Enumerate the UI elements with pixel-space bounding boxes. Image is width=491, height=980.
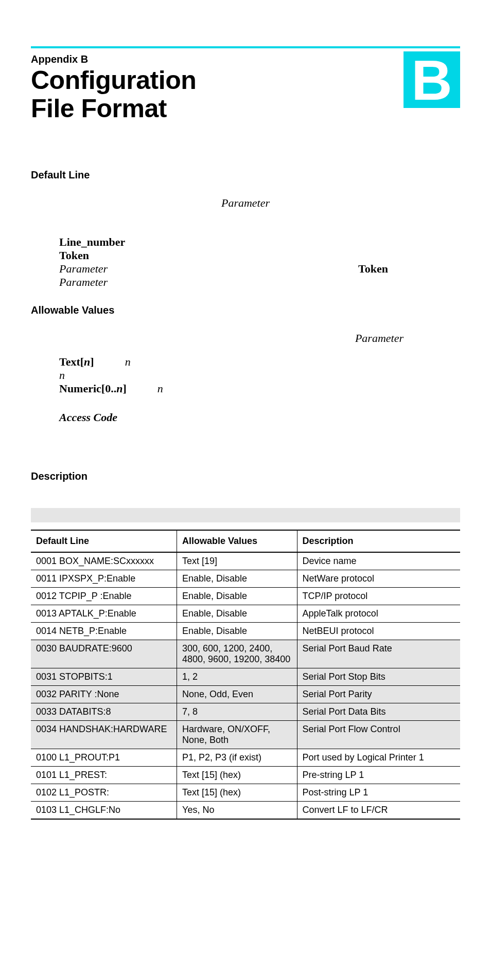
text-n-row: Text[n]n <box>59 355 460 369</box>
term-parameter-right: Parameter <box>355 332 460 345</box>
table-cell: 7, 8 <box>177 703 297 721</box>
table-cell: Serial Port Baud Rate <box>297 640 460 668</box>
table-cell: Enable, Disable <box>177 605 297 623</box>
term-parameter-1: Parameter <box>59 262 108 276</box>
table-cell: Serial Port Stop Bits <box>297 668 460 686</box>
table-cell: 0103 L1_CHGLF:No <box>31 802 177 820</box>
table-cell: TCP/IP protocol <box>297 588 460 605</box>
table-cell: Convert LF to LF/CR <box>297 802 460 820</box>
n-row: n <box>59 369 460 382</box>
table-cell: NetBEUI protocol <box>297 623 460 640</box>
numeric-pre: Numeric[0.. <box>59 382 116 395</box>
numeric-note: n <box>157 382 163 395</box>
parameter-centered: Parameter <box>31 196 460 210</box>
table-cell: Hardware, ON/XOFF, None, Both <box>177 721 297 749</box>
table-row: 0012 TCPIP_P :EnableEnable, DisableTCP/I… <box>31 588 460 605</box>
table-cell: Pre-string LP 1 <box>297 767 460 784</box>
table-cell: Serial Port Data Bits <box>297 703 460 721</box>
table-cell: 0031 STOPBITS:1 <box>31 668 177 686</box>
table-cell: None, Odd, Even <box>177 686 297 703</box>
table-cell: Serial Port Flow Control <box>297 721 460 749</box>
table-cell: AppleTalk protocol <box>297 605 460 623</box>
term-parameter-2: Parameter <box>59 276 108 289</box>
table-row: 0001 BOX_NAME:SCxxxxxxText [19]Device na… <box>31 552 460 570</box>
table-row: 0033 DATABITS:87, 8Serial Port Data Bits <box>31 703 460 721</box>
access-code: Access Code <box>59 411 460 424</box>
default-line-heading: Default Line <box>31 169 460 181</box>
description-heading: Description <box>31 470 460 482</box>
n-solo: n <box>59 369 65 382</box>
definition-block: Line_number Token Parameter Token Parame… <box>59 235 460 289</box>
appendix-label: Appendix B <box>31 53 196 65</box>
th-default-line: Default Line <box>31 530 177 552</box>
table-cell: Post-string LP 1 <box>297 784 460 802</box>
table-cell: 0101 L1_PREST: <box>31 767 177 784</box>
title-line-1: Configuration <box>31 66 196 95</box>
table-cell: 0033 DATABITS:8 <box>31 703 177 721</box>
table-cell: 0011 IPXSPX_P:Enable <box>31 570 177 588</box>
table-cell: Serial Port Parity <box>297 686 460 703</box>
numeric-row: Numeric[0..n]n <box>59 382 460 395</box>
term-line-number: Line_number <box>59 235 125 249</box>
table-cell: 0013 APTALK_P:Enable <box>31 605 177 623</box>
table-cell: Enable, Disable <box>177 588 297 605</box>
table-cell: 0034 HANDSHAK:HARDWARE <box>31 721 177 749</box>
appendix-letter-badge: B <box>404 51 460 108</box>
term-token-right: Token <box>358 262 460 276</box>
table-cell: Text [15] (hex) <box>177 767 297 784</box>
text-n-pre: Text[ <box>59 355 84 368</box>
table-cell: Port used by Logical Printer 1 <box>297 749 460 767</box>
table-cell: Enable, Disable <box>177 623 297 640</box>
table-cell: Text [19] <box>177 552 297 570</box>
table-row: 0014 NETB_P:EnableEnable, DisableNetBEUI… <box>31 623 460 640</box>
title-line-2: File Format <box>31 94 167 123</box>
page-title: Configuration File Format <box>31 66 196 123</box>
table-cell: 0032 PARITY :None <box>31 686 177 703</box>
numeric-var: n <box>116 382 122 395</box>
table-row: 0103 L1_CHGLF:NoYes, NoConvert LF to LF/… <box>31 802 460 820</box>
header: Appendix B Configuration File Format B <box>31 53 460 123</box>
page: Appendix B Configuration File Format B D… <box>0 0 491 850</box>
table-row: 0102 L1_POSTR:Text [15] (hex)Post-string… <box>31 784 460 802</box>
text-n-note: n <box>125 355 131 368</box>
table-row: 0031 STOPBITS:11, 2Serial Port Stop Bits <box>31 668 460 686</box>
table-row: 0013 APTALK_P:EnableEnable, DisableApple… <box>31 605 460 623</box>
table-cell: Text [15] (hex) <box>177 784 297 802</box>
table-cell: 0102 L1_POSTR: <box>31 784 177 802</box>
allowable-values-heading: Allowable Values <box>31 304 460 316</box>
title-block: Appendix B Configuration File Format <box>31 53 196 123</box>
table-cell: 1, 2 <box>177 668 297 686</box>
text-n-post: ] <box>90 355 94 368</box>
table-cell: 0100 L1_PROUT:P1 <box>31 749 177 767</box>
table-row: 0034 HANDSHAK:HARDWAREHardware, ON/XOFF,… <box>31 721 460 749</box>
table-header-row: Default Line Allowable Values Descriptio… <box>31 530 460 552</box>
th-allowable-values: Allowable Values <box>177 530 297 552</box>
table-cell: 0014 NETB_P:Enable <box>31 623 177 640</box>
table-cell: 0001 BOX_NAME:SCxxxxxx <box>31 552 177 570</box>
table-row: 0101 L1_PREST:Text [15] (hex)Pre-string … <box>31 767 460 784</box>
grey-bar <box>31 508 460 522</box>
text-n-var: n <box>84 355 90 368</box>
table-row: 0011 IPXSPX_P:EnableEnable, DisableNetWa… <box>31 570 460 588</box>
table-cell: Enable, Disable <box>177 570 297 588</box>
table-row: 0100 L1_PROUT:P1P1, P2, P3 (if exist)Por… <box>31 749 460 767</box>
table-row: 0032 PARITY :NoneNone, Odd, EvenSerial P… <box>31 686 460 703</box>
numeric-post: ] <box>122 382 126 395</box>
allowable-block: Text[n]n n Numeric[0..n]n <box>59 355 460 395</box>
config-table: Default Line Allowable Values Descriptio… <box>31 530 460 820</box>
term-token: Token <box>59 249 89 262</box>
table-cell: P1, P2, P3 (if exist) <box>177 749 297 767</box>
table-row: 0030 BAUDRATE:9600300, 600, 1200, 2400, … <box>31 640 460 668</box>
table-cell: Yes, No <box>177 802 297 820</box>
right-parameter-row: Parameter <box>31 332 460 345</box>
table-cell: 0012 TCPIP_P :Enable <box>31 588 177 605</box>
table-cell: NetWare protocol <box>297 570 460 588</box>
table-cell: 0030 BAUDRATE:9600 <box>31 640 177 668</box>
table-cell: Device name <box>297 552 460 570</box>
table-cell: 300, 600, 1200, 2400, 4800, 9600, 19200,… <box>177 640 297 668</box>
th-description: Description <box>297 530 460 552</box>
top-rule <box>31 46 460 48</box>
